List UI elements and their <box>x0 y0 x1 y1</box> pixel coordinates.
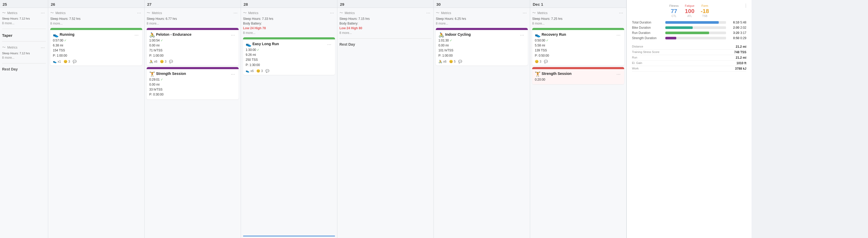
stats-row-run: Run 21.2 mi <box>632 55 746 60</box>
card-menu-running-26[interactable]: ⋯ <box>133 32 140 38</box>
more-link-27[interactable]: 8 more... <box>147 22 159 25</box>
metrics-label-29: Metrics <box>345 11 355 15</box>
run-dur-bar-container <box>665 32 726 34</box>
metrics-text-27: Sleep Hours: 6.77 hrs 8 more... <box>147 17 239 26</box>
footer-comment-28: 💬 <box>266 69 269 73</box>
strength-dur-values: 0:50 0:29 <box>728 36 746 40</box>
metrics-text-29: Sleep Hours: 7.15 hrs Body Battery: Low … <box>339 17 431 35</box>
stats-label-work: Work <box>632 67 639 71</box>
more-link-30[interactable]: 8 more... <box>436 22 448 25</box>
bike-duration-row: Bike Duration 2:00 2:02 <box>632 26 746 29</box>
metrics-text-25: Sleep Hours: 7.12 hrs 8 more... <box>2 17 46 26</box>
more-link-dec1[interactable]: 8 more... <box>532 22 545 25</box>
run-dur-label: Run Duration <box>632 31 663 35</box>
metrics-label-dec1: Metrics <box>537 11 548 15</box>
metrics-menu-26[interactable]: ⋯ <box>136 10 142 16</box>
day-header-25: 25 <box>0 0 48 8</box>
workout-card-strength-27[interactable]: 🏋 Strength Session ⋯ 0:29:01 ✓ 0.00 mi 3… <box>147 67 239 100</box>
metrics-summary: Fitness 77 CTL Fatigue 100 ATL Form -18 … <box>632 4 746 18</box>
card-body-cycling-30: 🚴 Indoor Cycling ⋯ 1:01:30 ✓ 0.00 mi 101… <box>436 30 528 65</box>
stats-value-work: 3788 kJ <box>735 67 746 71</box>
metrics-text-dec1: Sleep Hours: 7.25 hrs 8 more... <box>532 17 624 26</box>
card-menu-peloton-27[interactable]: ⋯ <box>230 32 236 38</box>
card-menu-recoveryrun-dec1[interactable]: ⋯ <box>615 32 622 38</box>
metrics-text-26: Sleep Hours: 7.52 hrs 8 more... <box>50 17 142 26</box>
card-stats-recoveryrun-dec1: 0:50:00 ✓ 5.58 mi 139 TSS P: 0:50:00 <box>535 38 622 58</box>
day-col-25: 25 〜 Metrics ⋯ Sleep Hours: 7.12 hrs 8 m… <box>0 0 48 238</box>
day-col-26: 26 〜 Metrics ⋯ Sleep Hours: 7.52 hrs 8 m… <box>48 0 145 238</box>
card-menu-cycling-30[interactable]: ⋯ <box>519 32 525 38</box>
metrics-text-25b: Sleep Hours: 7.12 hrs 8 more... <box>2 51 46 60</box>
card-body-strength-27: 🏋 Strength Session ⋯ 0:29:01 ✓ 0.00 mi 3… <box>147 69 239 100</box>
card-menu-strength-dec1[interactable]: ⋯ <box>615 71 622 77</box>
card-bar-strength-dec1 <box>532 67 624 69</box>
card-footer-peloton-27: 🚴 x6 😊 3 💬 <box>149 60 236 63</box>
metrics-label-30: Metrics <box>441 11 451 15</box>
card-title-running-26: Running <box>60 32 74 36</box>
footer-bike-30: 🚴 x6 <box>438 60 446 63</box>
workout-card-recoveryrun-dec1[interactable]: 👟 Recovery Run ⋯ 0:50:00 ✓ 5.58 mi 139 T… <box>532 28 624 65</box>
workout-card-strength-dec1[interactable]: 🏋 Strength Session ⋯ 0:20:00 <box>532 67 624 84</box>
card-stats-strength-dec1: 0:20:00 <box>535 77 622 82</box>
card-footer-recoveryrun-dec1: 😊 3 💬 <box>535 60 622 63</box>
metrics-menu-27[interactable]: ⋯ <box>232 10 239 16</box>
metrics-menu-30[interactable]: ⋯ <box>522 10 528 16</box>
run-dur-bar <box>665 32 709 34</box>
footer-feel-26: 😊 3 <box>64 60 70 63</box>
total-dur-bar-container <box>665 21 726 24</box>
fitness-metric: Fitness 77 CTL <box>670 4 679 18</box>
card-menu-strength-27[interactable]: ⋯ <box>230 71 236 77</box>
footer-comment-30: 💬 <box>458 60 462 63</box>
metrics-menu-dec1[interactable]: ⋯ <box>618 10 624 16</box>
sidebar-menu-btn[interactable]: ⋮ <box>743 3 749 9</box>
stats-label-run: Run <box>632 56 637 59</box>
card-body-recoveryrun-dec1: 👟 Recovery Run ⋯ 0:50:00 ✓ 5.58 mi 139 T… <box>532 30 624 65</box>
workout-card-running-26[interactable]: 👟 Running ⋯ 0:57:00 ✓ 6.38 mi 154 TSS P:… <box>50 28 142 65</box>
form-metric: Form -18 TSB <box>701 4 709 18</box>
more-link-25[interactable]: 8 more... <box>2 21 14 25</box>
day-content-28: 〜 Metrics ⋯ Sleep Hours: 7.33 hrs Body B… <box>241 8 337 238</box>
day-col-27: 27 〜 Metrics ⋯ Sleep Hours: 6.77 hrs 8 m… <box>145 0 241 238</box>
metrics-block-29: 〜 Metrics ⋯ Sleep Hours: 7.15 hrs Body B… <box>339 9 431 36</box>
metrics-icon-27: 〜 <box>147 11 150 16</box>
bike-icon-30: 🚴 <box>438 32 444 38</box>
more-link-26[interactable]: 8 more... <box>50 22 63 25</box>
run-icon-26: 👟 <box>53 32 59 38</box>
taper-label: Taper <box>2 32 46 38</box>
card-menu-longrun-28[interactable]: ⋯ <box>326 42 332 48</box>
form-sub: TSB <box>701 15 709 18</box>
more-link-29[interactable]: 8 more... <box>339 31 352 35</box>
workout-card-peloton-27[interactable]: 🚴 Peloton - Endurance ⋯ 1:00:54 ✓ 0.00 m… <box>147 28 239 65</box>
metrics-label-28: Metrics <box>248 11 258 15</box>
workout-card-longrun-28[interactable]: 👟 Easy Long Run ⋯ 1:30:00 ✓ 9.26 mi 250 … <box>243 37 335 75</box>
total-duration-row: Total Duration 6:10 5:48 <box>632 21 746 24</box>
day-header-30: 30 <box>434 0 530 8</box>
metrics-menu-25b[interactable]: ⋯ <box>40 45 46 51</box>
day-indicator-28 <box>243 236 335 236</box>
day-header-26: 26 <box>48 0 144 8</box>
metrics-menu-29[interactable]: ⋯ <box>425 10 431 16</box>
stats-label-tss: Training Stress Score <box>632 50 659 54</box>
day-content-29: 〜 Metrics ⋯ Sleep Hours: 7.15 hrs Body B… <box>337 8 433 238</box>
form-label: Form <box>701 4 709 7</box>
footer-feel-28: 😊 3 <box>256 69 263 73</box>
metrics-text-30: Sleep Hours: 6.25 hrs 8 more... <box>436 17 528 26</box>
total-dur-values: 6:10 5:48 <box>728 21 746 24</box>
card-title-strength-27: Strength Session <box>156 72 186 76</box>
rest-day-25: Rest Day <box>2 66 46 72</box>
card-body-running-26: 👟 Running ⋯ 0:57:00 ✓ 6.38 mi 154 TSS P:… <box>50 30 142 65</box>
metrics-menu-25[interactable]: ⋯ <box>40 10 46 16</box>
more-link-25b[interactable]: 8 more... <box>2 56 14 59</box>
fitness-label: Fitness <box>670 4 679 7</box>
calendar-grid: 25 〜 Metrics ⋯ Sleep Hours: 7.12 hrs 8 m… <box>0 0 868 238</box>
more-link-28[interactable]: 8 more... <box>243 31 255 35</box>
card-bar-strength-27 <box>147 67 239 69</box>
workout-card-cycling-30[interactable]: 🚴 Indoor Cycling ⋯ 1:01:30 ✓ 0.00 mi 101… <box>436 28 528 65</box>
stats-label-elgain: El. Gain <box>632 61 642 65</box>
metrics-icon-29: 〜 <box>339 11 343 16</box>
metrics-menu-28[interactable]: ⋯ <box>329 10 335 16</box>
stats-label-distance: Distance <box>632 45 643 49</box>
day-content-27: 〜 Metrics ⋯ Sleep Hours: 6.77 hrs 8 more… <box>145 8 241 238</box>
card-body-strength-dec1: 🏋 Strength Session ⋯ 0:20:00 <box>532 69 624 84</box>
card-bar-cycling-30 <box>436 28 528 30</box>
